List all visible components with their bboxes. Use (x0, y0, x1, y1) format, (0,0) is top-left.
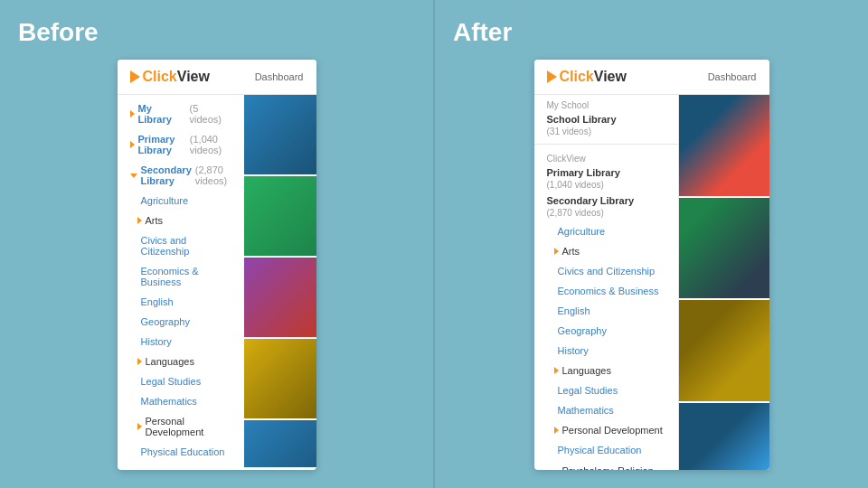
after-nav-agriculture[interactable]: Agriculture (534, 221, 678, 241)
after-nav: My School School Library (31 videos) Cli… (534, 95, 679, 470)
after-preview-panel (679, 95, 769, 470)
nav-psych[interactable]: Psychology, Religion, Society & Culture (118, 462, 244, 467)
preview-thumb-chart (679, 198, 769, 301)
arrow-icon (137, 358, 142, 365)
after-panel-split: My School School Library (31 videos) Cli… (534, 95, 769, 470)
preview-thumb-3 (244, 258, 316, 339)
after-section: After ClickView Dashboard My School Scho… (435, 0, 868, 488)
logo-text: ClickView (560, 69, 627, 85)
after-nav-economics[interactable]: Economics & Business (534, 281, 678, 301)
after-nav-arts[interactable]: Arts (534, 241, 678, 261)
before-dashboard-text: Dashboard (255, 71, 304, 82)
before-logo: ClickView (130, 69, 210, 85)
arrow-down-icon (130, 174, 137, 178)
nav-maths[interactable]: Mathematics (118, 391, 244, 411)
nav-school-library[interactable]: School Library (534, 112, 678, 127)
after-label: After (444, 18, 512, 47)
arrow-icon (130, 110, 135, 117)
clickview-group-label: ClickView (534, 148, 678, 165)
after-panel-header: ClickView Dashboard (534, 60, 769, 95)
nav-languages[interactable]: Languages (118, 352, 244, 371)
preview-thumb-globe (679, 403, 769, 471)
nav-label: Primary Library (138, 134, 186, 155)
nav-count: (1,040 videos) (190, 134, 231, 155)
arrow-icon (554, 248, 559, 255)
preview-thumb-ancient (679, 300, 769, 403)
preview-thumb-5 (244, 420, 316, 467)
nav-count: (2,870 videos) (195, 164, 231, 186)
preview-thumb-2 (244, 176, 316, 258)
nav-after-primary-count: (1,040 videos) (534, 180, 678, 193)
arrow-icon (130, 141, 135, 148)
before-panel-body-wrap: My Library (5 videos) Primary Library (1… (118, 95, 316, 467)
after-nav-personal-dev[interactable]: Personal Development (534, 420, 678, 440)
preview-thumb-4 (244, 339, 316, 420)
nav-agriculture[interactable]: Agriculture (118, 191, 244, 211)
arrow-icon (137, 217, 142, 224)
nav-history[interactable]: History (118, 332, 244, 352)
logo-text: ClickView (143, 69, 210, 85)
nav-after-secondary[interactable]: Secondary Library (534, 193, 678, 208)
after-nav-phys-ed[interactable]: Physical Education (534, 440, 678, 460)
nav-label: Secondary Library (141, 164, 192, 186)
nav-economics[interactable]: Economics & Business (118, 261, 244, 292)
after-nav-maths[interactable]: Mathematics (534, 400, 678, 420)
nav-legal[interactable]: Legal Studies (118, 371, 244, 391)
after-logo: ClickView (547, 69, 627, 85)
before-section: Before ClickView Dashboard My Library (5… (0, 0, 433, 488)
after-panel: ClickView Dashboard My School School Lib… (534, 60, 769, 470)
before-label: Before (9, 18, 99, 47)
nav-count: (5 videos) (190, 103, 231, 125)
logo-arrow-icon (547, 70, 557, 83)
nav-geography[interactable]: Geography (118, 312, 244, 332)
preview-thumb-flags (679, 95, 769, 198)
after-nav-civics[interactable]: Civics and Citizenship (534, 261, 678, 281)
after-nav-psych[interactable]: Psychology, Religion, Society & Culture (534, 460, 678, 470)
preview-thumb-1 (244, 95, 316, 176)
arrow-icon (554, 427, 559, 434)
after-nav-history[interactable]: History (534, 341, 678, 361)
nav-secondary-library[interactable]: Secondary Library (2,870 videos) (118, 160, 244, 191)
after-nav-legal[interactable]: Legal Studies (534, 380, 678, 400)
nav-my-library[interactable]: My Library (5 videos) (118, 99, 244, 129)
nav-arts[interactable]: Arts (118, 211, 244, 230)
arrow-icon (554, 367, 559, 374)
before-panel: ClickView Dashboard My Library (5 videos… (118, 60, 316, 470)
after-nav-languages[interactable]: Languages (534, 361, 678, 380)
my-school-group-label: My School (534, 95, 678, 112)
nav-phys-ed[interactable]: Physical Education (118, 442, 244, 462)
separator (534, 144, 678, 145)
after-dashboard-text: Dashboard (708, 71, 757, 82)
nav-english[interactable]: English (118, 292, 244, 312)
nav-after-primary[interactable]: Primary Library (534, 165, 678, 180)
after-nav-english[interactable]: English (534, 301, 678, 321)
nav-personal-dev[interactable]: Personal Development (118, 411, 244, 442)
logo-arrow-icon (130, 70, 140, 83)
nav-label: My Library (138, 103, 186, 125)
nav-civics[interactable]: Civics and Citizenship (118, 230, 244, 261)
before-panel-header: ClickView Dashboard (118, 60, 316, 95)
nav-primary-library[interactable]: Primary Library (1,040 videos) (118, 129, 244, 160)
nav-after-secondary-count: (2,870 videos) (534, 208, 678, 221)
nav-school-library-count: (31 videos) (534, 127, 678, 140)
after-nav-geography[interactable]: Geography (534, 321, 678, 341)
before-nav: My Library (5 videos) Primary Library (1… (118, 95, 244, 467)
before-preview-panel (244, 95, 316, 467)
arrow-icon (137, 423, 142, 430)
